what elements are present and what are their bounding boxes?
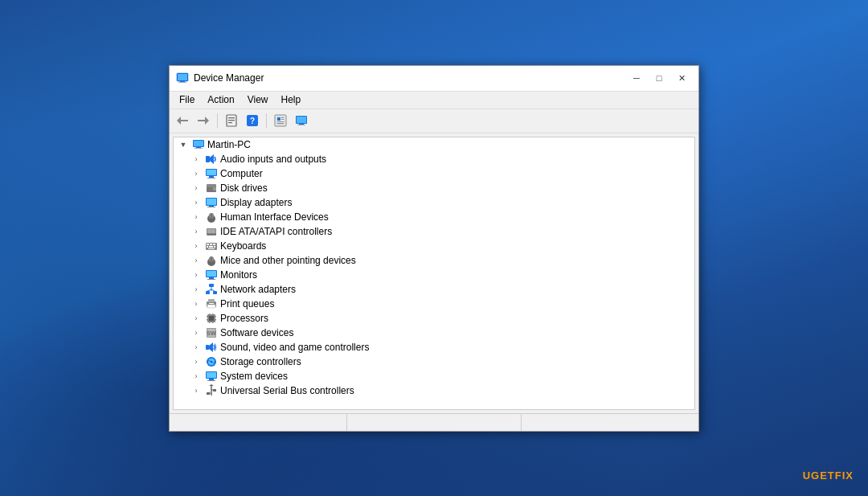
- svg-rect-83: [212, 314, 214, 314]
- tree-item-hid[interactable]: › Human Interface Devices: [174, 210, 694, 224]
- watermark-text1: UGET: [803, 469, 835, 482]
- sound-label: Sound, video and game controllers: [220, 342, 369, 353]
- ide-expand-icon[interactable]: ›: [190, 225, 203, 238]
- monitors-expand-icon[interactable]: ›: [190, 268, 203, 281]
- computer-expand-icon[interactable]: ›: [190, 167, 203, 180]
- tree-item-usb[interactable]: › Universal Serial Bus controllers: [174, 383, 694, 398]
- device-tree[interactable]: ▼ Martin-PC › Audio input: [173, 137, 695, 410]
- storage-expand-icon[interactable]: ›: [190, 355, 203, 368]
- svg-text:SW: SW: [207, 330, 216, 336]
- tree-item-processors[interactable]: › Processors: [174, 311, 694, 326]
- tree-item-network[interactable]: › Network adapters: [174, 282, 694, 297]
- svg-rect-20: [277, 123, 284, 124]
- menu-view[interactable]: View: [241, 92, 275, 107]
- svg-rect-63: [207, 271, 216, 277]
- tree-item-disk[interactable]: › Disk drives: [174, 181, 694, 195]
- disk-label: Disk drives: [220, 182, 268, 194]
- keyboard-icon: [205, 240, 218, 252]
- menu-help[interactable]: Help: [275, 92, 308, 107]
- keyboard-expand-icon[interactable]: ›: [190, 240, 203, 252]
- tree-item-keyboard[interactable]: › Keyboards: [174, 239, 694, 253]
- sound-expand-icon[interactable]: ›: [190, 341, 203, 354]
- svg-rect-1: [178, 74, 187, 80]
- print-label: Print queues: [220, 298, 274, 309]
- display-icon: [205, 196, 218, 209]
- svg-line-71: [211, 289, 215, 291]
- help-button[interactable]: ?: [243, 111, 262, 130]
- forward-button[interactable]: [194, 111, 213, 130]
- system-icon: [205, 370, 218, 383]
- svg-rect-47: [207, 229, 215, 233]
- tree-item-audio[interactable]: › Audio inputs and outputs: [174, 152, 694, 166]
- hid-expand-icon[interactable]: ›: [190, 211, 203, 223]
- svg-rect-10: [228, 120, 235, 121]
- usb-icon: [205, 384, 218, 397]
- computer-device-icon: [205, 167, 218, 180]
- root-label: Martin-PC: [207, 139, 251, 150]
- svg-rect-9: [228, 117, 235, 118]
- tree-item-mice[interactable]: › Mice and other pointing devices: [174, 253, 694, 268]
- monitors-icon: [205, 268, 218, 281]
- svg-rect-73: [208, 299, 215, 302]
- usb-label: Universal Serial Bus controllers: [220, 385, 354, 396]
- svg-rect-55: [207, 246, 208, 248]
- status-bar: [170, 413, 698, 431]
- watermark: UGETFIX: [803, 469, 854, 482]
- monitors-label: Monitors: [220, 269, 257, 281]
- device-manager-icon-button[interactable]: [292, 111, 311, 130]
- display-label: Display adapters: [220, 197, 292, 208]
- menu-action[interactable]: Action: [201, 92, 240, 107]
- update-driver-button[interactable]: [271, 111, 290, 130]
- svg-line-70: [207, 289, 211, 291]
- svg-rect-33: [209, 176, 214, 178]
- svg-rect-52: [207, 244, 209, 245]
- svg-rect-49: [211, 234, 213, 235]
- mice-expand-icon[interactable]: ›: [190, 254, 203, 267]
- properties-button[interactable]: [222, 111, 241, 130]
- mice-label: Mice and other pointing devices: [220, 255, 356, 266]
- window-icon: [176, 72, 189, 84]
- svg-rect-64: [209, 277, 214, 279]
- tree-root-item[interactable]: ▼ Martin-PC: [174, 137, 694, 152]
- software-expand-icon[interactable]: ›: [190, 326, 203, 339]
- maximize-button[interactable]: □: [649, 70, 669, 86]
- tree-item-monitors[interactable]: › Monitors: [174, 268, 694, 282]
- tree-item-storage[interactable]: › Storage controllers: [174, 355, 694, 369]
- audio-icon: [205, 153, 218, 166]
- svg-rect-75: [209, 303, 214, 304]
- tree-item-computer[interactable]: › Computer: [174, 166, 694, 181]
- hid-label: Human Interface Devices: [220, 211, 329, 223]
- network-expand-icon[interactable]: ›: [190, 283, 203, 296]
- ide-icon: [205, 225, 218, 238]
- back-button[interactable]: [173, 111, 192, 130]
- svg-rect-7: [198, 120, 206, 121]
- tree-item-software[interactable]: › SW Software devices: [174, 326, 694, 340]
- disk-expand-icon[interactable]: ›: [190, 182, 203, 195]
- svg-rect-82: [209, 314, 211, 314]
- svg-rect-24: [297, 125, 305, 125]
- menu-file[interactable]: File: [173, 92, 201, 107]
- processors-expand-icon[interactable]: ›: [190, 312, 203, 325]
- tree-item-system[interactable]: › System devices: [174, 369, 694, 383]
- svg-rect-66: [209, 284, 214, 287]
- usb-expand-icon[interactable]: ›: [190, 384, 203, 397]
- tree-item-ide[interactable]: › IDE ATA/ATAPI controllers: [174, 224, 694, 239]
- hid-icon: [205, 211, 218, 223]
- ide-label: IDE ATA/ATAPI controllers: [220, 226, 332, 237]
- print-expand-icon[interactable]: ›: [190, 297, 203, 310]
- minimize-button[interactable]: ─: [626, 70, 647, 86]
- mice-icon: [205, 254, 218, 267]
- tree-item-display[interactable]: › Display adapters: [174, 195, 694, 210]
- storage-label: Storage controllers: [220, 356, 301, 367]
- close-button[interactable]: ✕: [671, 70, 692, 86]
- system-expand-icon[interactable]: ›: [190, 370, 203, 383]
- audio-expand-icon[interactable]: ›: [190, 153, 203, 166]
- display-expand-icon[interactable]: ›: [190, 196, 203, 209]
- svg-rect-78: [207, 316, 207, 318]
- system-label: System devices: [220, 371, 288, 382]
- svg-rect-89: [206, 345, 209, 350]
- tree-item-sound[interactable]: › Sound, video and game controllers: [174, 340, 694, 355]
- root-expand-icon[interactable]: ▼: [177, 138, 190, 151]
- tree-item-print[interactable]: › Print queues: [174, 297, 694, 311]
- print-icon: [205, 297, 218, 310]
